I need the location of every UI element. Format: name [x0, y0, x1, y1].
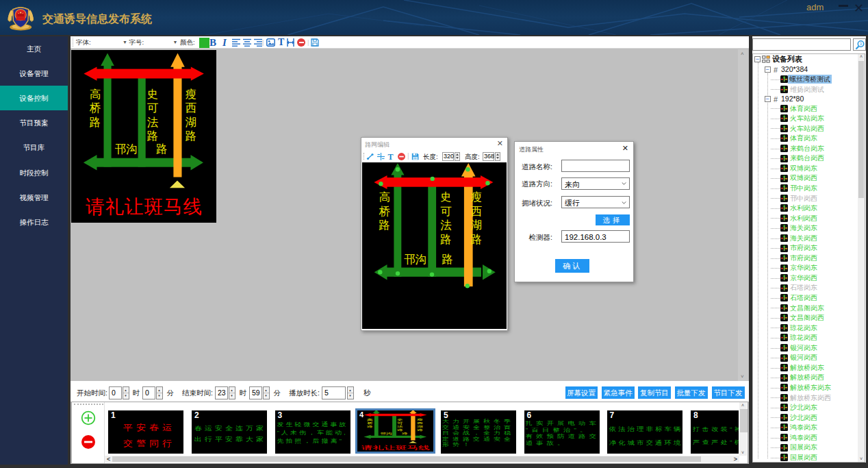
- svg-text:邗沟: 邗沟: [404, 253, 426, 265]
- svg-text:高: 高: [90, 88, 101, 100]
- svg-text:瘦: 瘦: [186, 88, 197, 100]
- svg-text:路: 路: [367, 425, 373, 428]
- svg-text:路: 路: [147, 130, 159, 142]
- svg-text:瘦: 瘦: [417, 418, 423, 421]
- svg-text:高: 高: [367, 418, 373, 421]
- svg-text:可: 可: [440, 205, 452, 217]
- svg-text:桥: 桥: [90, 101, 101, 114]
- svg-text:湖: 湖: [186, 116, 197, 128]
- svg-text:法: 法: [147, 116, 159, 128]
- svg-text:路: 路: [440, 233, 452, 245]
- svg-text:高: 高: [379, 190, 391, 203]
- svg-text:法: 法: [440, 219, 452, 231]
- svg-text:湖: 湖: [417, 425, 423, 428]
- svg-text:史: 史: [397, 418, 403, 421]
- svg-text:路: 路: [417, 428, 423, 432]
- svg-text:可: 可: [397, 421, 403, 424]
- svg-text:史: 史: [440, 190, 452, 203]
- svg-text:邗沟: 邗沟: [115, 143, 138, 155]
- svg-text:法: 法: [397, 425, 403, 428]
- svg-text:路: 路: [402, 432, 408, 435]
- svg-text:请礼让斑马线: 请礼让斑马线: [361, 445, 430, 451]
- svg-text:请礼让斑马线: 请礼让斑马线: [86, 196, 203, 217]
- svg-text:路: 路: [379, 219, 391, 231]
- svg-text:桥: 桥: [379, 205, 391, 217]
- svg-text:路: 路: [471, 233, 483, 245]
- svg-text:西: 西: [186, 101, 197, 114]
- svg-text:路: 路: [156, 143, 168, 155]
- svg-text:路: 路: [90, 116, 101, 128]
- svg-text:瘦: 瘦: [471, 190, 483, 203]
- svg-text:路: 路: [397, 428, 403, 432]
- svg-text:西: 西: [416, 421, 423, 425]
- svg-text:桥: 桥: [366, 421, 373, 424]
- svg-text:可: 可: [147, 101, 159, 114]
- svg-text:史: 史: [147, 88, 159, 100]
- svg-text:湖: 湖: [471, 219, 483, 231]
- svg-text:西: 西: [471, 205, 483, 217]
- svg-text:3: 3: [859, 42, 862, 46]
- svg-text:路: 路: [442, 253, 454, 265]
- svg-text:路: 路: [186, 130, 197, 142]
- svg-text:邗沟: 邗沟: [380, 432, 392, 435]
